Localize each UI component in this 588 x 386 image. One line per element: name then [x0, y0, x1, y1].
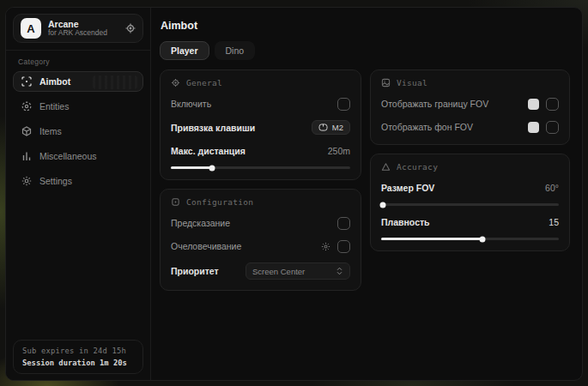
sidebar-item-miscellaneous[interactable]: Miscellaneous	[13, 146, 143, 166]
target-icon[interactable]	[125, 23, 136, 33]
card-general-title: General	[186, 78, 222, 87]
fov-border-checkbox[interactable]	[546, 98, 559, 111]
app-window: A Arcane for ARK Ascended Category	[5, 7, 583, 381]
smoothness-label: Плавность	[381, 217, 430, 227]
brand-logo: A	[21, 18, 41, 39]
keybind-button[interactable]: M2	[312, 120, 350, 135]
tab-player[interactable]: Player	[160, 41, 209, 60]
fov-border-label: Отображать границу FOV	[381, 99, 488, 109]
fov-background-color-swatch[interactable]	[528, 122, 539, 133]
sub-expires-text: Sub expires in 24d 15h	[22, 347, 134, 355]
row-enable: Включить	[171, 97, 350, 111]
max-distance-slider[interactable]	[171, 166, 350, 169]
sidebar-item-entities[interactable]: Entities	[13, 96, 143, 117]
row-prediction: Предсказание	[171, 216, 350, 230]
package-icon	[21, 126, 32, 136]
priority-value: Screen Center	[252, 267, 305, 276]
radar-icon	[21, 101, 32, 112]
row-keybind: Привязка клавиши M2	[171, 120, 350, 135]
humanization-checkbox[interactable]	[337, 240, 350, 253]
brand-card: A Arcane for ARK Ascended	[13, 14, 143, 43]
bars-icon	[21, 151, 32, 161]
sidebar-nav: Aimbot Entities Items	[6, 71, 150, 191]
card-configuration: Configuration Предсказание Очеловечивани…	[160, 189, 361, 291]
enable-label: Включить	[171, 99, 211, 109]
main-content: Aimbot Player Dino General	[151, 8, 582, 380]
fov-background-checkbox[interactable]	[546, 121, 559, 134]
card-visual-title: Visual	[397, 78, 427, 87]
sidebar-item-label: Settings	[39, 176, 72, 186]
session-duration-text: Session duration 1m 20s	[22, 359, 134, 367]
priority-label: Приоритет	[171, 266, 219, 276]
sidebar-divider	[6, 50, 150, 51]
fov-size-label: Размер FOV	[381, 183, 434, 193]
humanization-settings-icon[interactable]	[321, 242, 330, 251]
image-icon	[381, 78, 391, 87]
tune-icon	[171, 197, 180, 207]
row-smoothness: Плавность 15	[381, 215, 559, 229]
keybind-value: M2	[332, 123, 343, 132]
card-accuracy-title: Accuracy	[397, 162, 438, 172]
row-fov-border: Отображать границу FOV	[381, 97, 559, 111]
sidebar-item-label: Aimbot	[39, 76, 70, 87]
chevron-up-down-icon	[336, 267, 343, 275]
sidebar-item-label: Items	[39, 126, 62, 136]
sidebar: A Arcane for ARK Ascended Category	[6, 8, 151, 380]
fov-border-color-swatch[interactable]	[528, 99, 539, 110]
smoothness-slider-handle[interactable]	[479, 236, 485, 242]
card-accuracy: Accuracy Размер FOV 60° Плавность 15	[370, 154, 570, 251]
gear-icon	[21, 176, 32, 186]
sidebar-item-items[interactable]: Items	[13, 121, 143, 142]
fov-background-label: Отображать фон FOV	[381, 122, 473, 132]
category-label: Category	[18, 57, 138, 66]
card-general: General Включить Привязка клавиши	[160, 69, 361, 180]
tab-bar: Player Dino	[160, 41, 570, 60]
subscription-info: Sub expires in 24d 15h Session duration …	[13, 340, 143, 374]
brand-subtitle: for ARK Ascended	[48, 29, 118, 38]
sidebar-item-label: Miscellaneous	[39, 151, 97, 161]
keybind-label: Привязка клавиши	[171, 123, 255, 133]
mouse-icon	[318, 124, 328, 131]
prediction-label: Предсказание	[171, 218, 230, 228]
scope-icon	[171, 78, 180, 87]
brand-text: Arcane for ARK Ascended	[48, 19, 118, 38]
humanization-label: Очеловечивание	[171, 241, 241, 251]
row-fov-size: Размер FOV 60°	[381, 181, 559, 195]
page-title: Aimbot	[161, 20, 570, 32]
row-fov-background: Отображать фон FOV	[381, 120, 559, 134]
enable-checkbox[interactable]	[337, 98, 350, 111]
priority-dropdown[interactable]: Screen Center	[246, 262, 350, 280]
tab-dino[interactable]: Dino	[215, 41, 256, 60]
smoothness-value: 15	[549, 217, 559, 227]
sidebar-item-aimbot[interactable]: Aimbot	[13, 71, 143, 92]
row-max-distance: Макс. дистанция 250m	[171, 144, 350, 158]
sidebar-item-label: Entities	[39, 101, 69, 112]
card-visual: Visual Отображать границу FOV Отображать…	[370, 69, 570, 145]
fov-size-slider[interactable]	[381, 203, 559, 206]
prediction-checkbox[interactable]	[337, 217, 350, 230]
fov-size-slider-handle[interactable]	[380, 202, 386, 208]
row-priority: Приоритет Screen Center	[171, 262, 350, 280]
sidebar-item-settings[interactable]: Settings	[13, 171, 143, 191]
max-distance-value: 250m	[328, 146, 350, 156]
max-distance-slider-handle[interactable]	[209, 165, 215, 171]
smoothness-slider[interactable]	[381, 238, 559, 240]
card-configuration-title: Configuration	[186, 197, 253, 207]
triangle-icon	[381, 162, 391, 172]
fov-size-value: 60°	[545, 183, 559, 193]
max-distance-label: Макс. дистанция	[171, 146, 246, 156]
row-humanization: Очеловечивание	[171, 239, 350, 253]
crosshair-icon	[21, 76, 32, 87]
